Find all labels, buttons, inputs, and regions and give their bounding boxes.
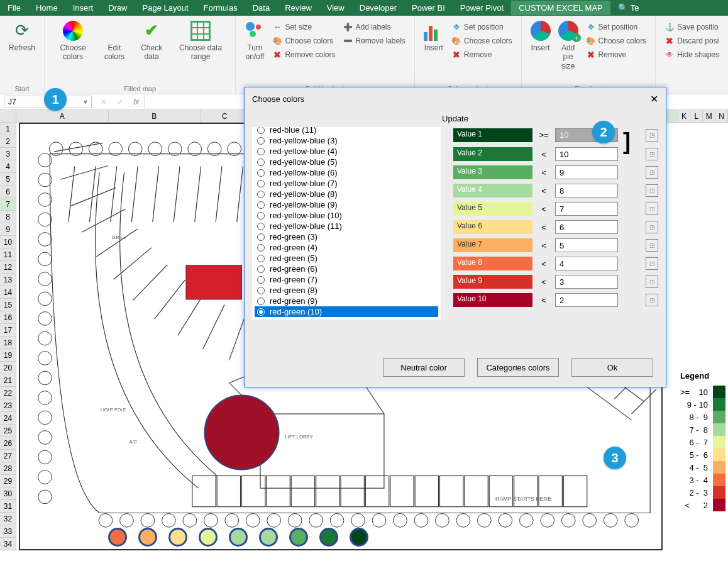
row-header-14[interactable]: 14 [0,286,16,299]
row-header-13[interactable]: 13 [0,274,16,286]
scheme-option[interactable]: red-green (6) [255,264,438,274]
row-header-34[interactable]: 34 [0,538,16,550]
row-header-19[interactable]: 19 [0,349,16,362]
row-header-24[interactable]: 24 [0,412,16,425]
tab-file[interactable]: File [0,1,28,15]
scheme-option[interactable]: red-green (8) [255,285,438,296]
row-header-22[interactable]: 22 [0,387,16,399]
accept-formula-icon[interactable]: ✓ [112,97,128,106]
fx-icon[interactable]: fx [128,97,144,106]
row-header-25[interactable]: 25 [0,425,16,437]
color-dot[interactable] [319,528,338,547]
save-position-button[interactable]: ⚓Save positio [662,21,722,33]
row-header-8[interactable]: 8 [0,211,16,223]
col-header-C[interactable]: C [201,110,249,122]
tab-insert[interactable]: Insert [65,1,101,15]
threshold-input[interactable] [555,147,618,161]
edit-value-button[interactable]: ◳ [646,275,658,288]
col-header-B[interactable]: B [109,110,201,122]
col-header-K[interactable]: K [678,110,691,122]
color-dot[interactable] [289,528,308,547]
row-header-18[interactable]: 18 [0,337,16,349]
close-icon[interactable]: ✕ [650,93,658,105]
tab-power-bi[interactable]: Power BI [404,1,453,15]
row-header-2[interactable]: 2 [0,135,16,148]
color-dot[interactable] [168,528,187,547]
insert-pie-button[interactable]: Insert [527,18,554,82]
row-header-12[interactable]: 12 [0,261,16,274]
row-header-16[interactable]: 16 [0,311,16,324]
edit-value-button[interactable]: ◳ [646,294,658,306]
choose-colors-button[interactable]: Choose colors [50,18,96,82]
edit-colors-button[interactable]: Edit colors [96,18,132,82]
row-header-3[interactable]: 3 [0,148,16,160]
scheme-option[interactable]: red-blue (11) [255,127,438,135]
row-header-33[interactable]: 33 [0,525,16,538]
col-header-M[interactable]: M [703,110,715,122]
col-header-A[interactable]: A [16,110,109,122]
row-header-32[interactable]: 32 [0,513,16,525]
scheme-option[interactable]: red-yellow-blue (4) [255,146,438,157]
threshold-input[interactable] [555,293,618,307]
refresh-button[interactable]: ⟳ Refresh [5,18,39,82]
edit-value-button[interactable]: ◳ [646,166,658,179]
remove-labels-button[interactable]: ➖Remove labels [340,35,407,47]
threshold-input[interactable] [555,220,618,234]
threshold-input[interactable] [555,257,618,270]
select-all-corner[interactable] [0,110,16,122]
threshold-input[interactable] [555,184,618,197]
choose-colors-small[interactable]: 🎨Choose colors [270,35,338,47]
choose-colors-pie[interactable]: 🎨Choose colors [583,35,649,47]
remove-col-button[interactable]: ✖Remove [449,48,515,61]
color-dot[interactable] [350,528,368,547]
scheme-option[interactable]: red-yellow-blue (7) [255,178,438,189]
scheme-option[interactable]: red-yellow-blue (8) [255,189,438,199]
ok-button[interactable]: Ok [571,358,653,377]
tab-power-pivot[interactable]: Power Pivot [453,1,511,15]
scheme-option[interactable]: red-green (3) [255,231,438,242]
tab-home[interactable]: Home [28,1,65,15]
scheme-option[interactable]: red-yellow-blue (9) [255,199,438,210]
edit-value-button[interactable]: ◳ [646,129,658,142]
cancel-formula-icon[interactable]: ✕ [96,97,112,106]
remove-pie-button[interactable]: ✖Remove [583,48,649,61]
tab-review[interactable]: Review [277,1,319,15]
categories-colors-button[interactable]: Categories colors [477,358,559,377]
col-header-L[interactable]: L [690,110,703,122]
row-header-26[interactable]: 26 [0,437,16,450]
tell-me-search[interactable]: 🔍 Te [610,1,647,15]
row-header-7[interactable]: 7 [0,198,16,211]
scheme-option[interactable]: red-green (5) [255,253,438,264]
row-header-1[interactable]: 1 [0,123,16,135]
row-header-29[interactable]: 29 [0,475,16,487]
row-header-28[interactable]: 28 [0,462,16,475]
row-header-23[interactable]: 23 [0,399,16,412]
tab-formulas[interactable]: Formulas [196,1,245,15]
set-size-button[interactable]: ↔Set size [270,21,338,33]
add-labels-button[interactable]: ➕Add labels [340,21,407,33]
row-header-27[interactable]: 27 [0,450,16,462]
scheme-option[interactable]: red-yellow-blue (11) [255,221,438,231]
row-header-30[interactable]: 30 [0,487,16,500]
threshold-input[interactable] [555,238,618,252]
threshold-input[interactable] [555,165,618,179]
color-dot[interactable] [229,528,248,547]
edit-value-button[interactable]: ◳ [646,203,658,215]
edit-value-button[interactable]: ◳ [646,148,658,160]
tab-view[interactable]: View [319,1,352,15]
threshold-input[interactable] [555,202,618,216]
hide-shapes-button[interactable]: 👁Hide shapes [662,48,722,61]
scheme-option[interactable]: red-green (4) [255,242,438,253]
scheme-option[interactable]: red-green (9) [255,296,438,306]
row-header-21[interactable]: 21 [0,374,16,387]
tab-data[interactable]: Data [245,1,277,15]
scheme-option[interactable]: red-yellow-blue (10) [255,210,438,221]
choose-colors-col[interactable]: 🎨Choose colors [449,35,515,47]
edit-value-button[interactable]: ◳ [646,257,658,270]
turn-onoff-button[interactable]: Turn on/off [241,18,268,82]
color-dot[interactable] [138,528,157,547]
choose-range-button[interactable]: Choose data range [171,18,231,82]
discard-position-button[interactable]: ✖Discard posi [662,35,722,47]
scheme-option[interactable]: red-yellow-blue (3) [255,135,438,146]
row-header-15[interactable]: 15 [0,299,16,311]
